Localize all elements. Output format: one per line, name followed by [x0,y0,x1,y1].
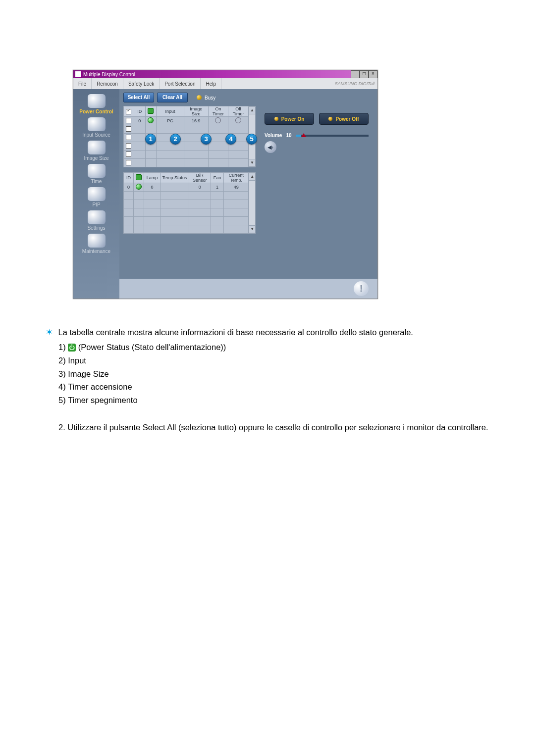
cell-id [124,192,134,200]
cell-current-temp [224,208,249,217]
cell-temp-status [160,225,189,234]
toolbar: Select All Clear All Busy [119,89,377,106]
callout-4: 4 [225,134,236,145]
cell-current-temp [224,225,249,234]
sidebar-item-maintenance[interactable]: Maintenance [77,234,116,254]
cell-id: 0 [134,117,145,125]
row-checkbox[interactable] [126,135,131,140]
maximize-button[interactable]: □ [360,70,369,78]
select-all-button[interactable]: Select All [123,93,154,102]
col-fan[interactable]: Fan [211,173,223,183]
cell-on-timer [208,142,228,151]
col-image-size[interactable]: Image Size [184,106,208,117]
sidebar-item-time[interactable]: Time [77,164,116,184]
cell-lamp [144,192,160,200]
busy-icon [197,95,202,100]
list-item-1: 1) (Power Status (Stato dell'alimentazio… [58,341,520,353]
callout-3: 3 [201,134,212,145]
cell-lamp [144,208,160,217]
menu-help[interactable]: Help [201,78,221,89]
displays-table[interactable]: ID Input Image Size On Timer Off Timer 0… [123,106,256,167]
bullet-icon [274,117,278,121]
cell-off-timer [228,117,249,125]
row-checkbox[interactable] [126,160,131,165]
clear-all-button[interactable]: Clear All [157,93,188,102]
cell-on-timer [208,151,228,159]
star-icon: ✶ [46,327,53,337]
cell-off-timer [228,151,249,159]
cell-fan: 1 [211,183,223,192]
speaker-icon[interactable]: ◀› [265,141,276,153]
power-on-icon [148,117,154,123]
row-checkbox[interactable] [126,151,131,157]
table-row[interactable]: 0PC16:9 [124,117,249,125]
right-panel: Power On Power Off Volume 10 [260,106,374,275]
status-table[interactable]: ID Lamp Temp.Status B/R Sensor Fan Curre… [123,172,256,234]
power-on-label: Power On [281,116,305,122]
table-row[interactable]: 000149 [124,183,249,192]
list-item-4: 4) Timer accensione [58,381,520,393]
table-row[interactable] [124,208,249,217]
cell-id [134,159,145,167]
settings-icon [88,210,106,224]
warning-icon[interactable]: ! [354,281,369,296]
time-icon [88,164,106,178]
title-bar[interactable]: Multiple Display Control _ □ × [73,70,377,78]
cell-image-size [184,151,208,159]
menu-safety-lock[interactable]: Safety Lock [123,78,160,89]
cell-id [134,151,145,159]
cell-temp-status [160,217,189,225]
cell-input [156,125,184,134]
col-id[interactable]: ID [134,106,145,117]
sidebar-item-power-control[interactable]: Power Control [77,94,116,114]
table-row[interactable] [124,125,249,134]
row-checkbox[interactable] [126,126,131,132]
callout-1: 1 [145,134,156,145]
power-on-button[interactable]: Power On [265,113,314,125]
power-status-header-icon [136,174,142,180]
header-checkbox[interactable] [126,109,131,114]
col-lamp[interactable]: Lamp [144,173,160,183]
paragraph-2: 2. Utilizzare il pulsante Select All (se… [58,421,520,434]
row-checkbox[interactable] [126,118,131,123]
power-off-label: Power Off [335,116,359,122]
sidebar-item-settings[interactable]: Settings [77,210,116,231]
table-row[interactable] [124,151,249,159]
table-row[interactable] [124,200,249,208]
table-row[interactable] [124,159,249,167]
col-off-timer[interactable]: Off Timer [228,106,249,117]
close-button[interactable]: × [369,70,377,78]
power-on-icon [136,184,142,190]
power-off-button[interactable]: Power Off [319,113,369,125]
cell-fan [211,200,223,208]
sidebar-item-pip[interactable]: PIP [77,187,116,207]
col-id[interactable]: ID [124,173,134,183]
cell-temp-status [160,208,189,217]
table-row[interactable] [124,192,249,200]
row-checkbox[interactable] [126,143,131,149]
scroll-down-icon[interactable]: ▼ [249,225,255,233]
scroll-down-icon[interactable]: ▼ [249,159,255,167]
col-temp-status[interactable]: Temp.Status [160,173,189,183]
scroll-up-icon[interactable]: ▲ [249,106,255,114]
sidebar-item-label: PIP [92,202,100,207]
sidebar-item-image-size[interactable]: Image Size [77,141,116,161]
menu-remocon[interactable]: Remocon [92,78,123,89]
document-text: ✶ La tabella centrale mostra alcune info… [46,326,520,434]
sidebar-item-input-source[interactable]: Input Source [77,117,116,138]
volume-value: 10 [286,133,291,138]
scroll-up-icon[interactable]: ▲ [249,173,255,181]
cell-lamp [144,217,160,225]
col-on-timer[interactable]: On Timer [208,106,228,117]
menu-file[interactable]: File [73,78,92,89]
col-current-temp[interactable]: Current Temp. [224,173,249,183]
table-row[interactable] [124,217,249,225]
table-row[interactable] [124,225,249,234]
volume-slider[interactable] [296,135,369,137]
cell-id [134,142,145,151]
minimize-button[interactable]: _ [351,70,360,78]
table2-scrollbar[interactable]: ▲ ▼ [249,172,256,234]
col-br-sensor[interactable]: B/R Sensor [189,173,211,183]
menu-port-selection[interactable]: Port Selection [160,78,201,89]
col-input[interactable]: Input [156,106,184,117]
